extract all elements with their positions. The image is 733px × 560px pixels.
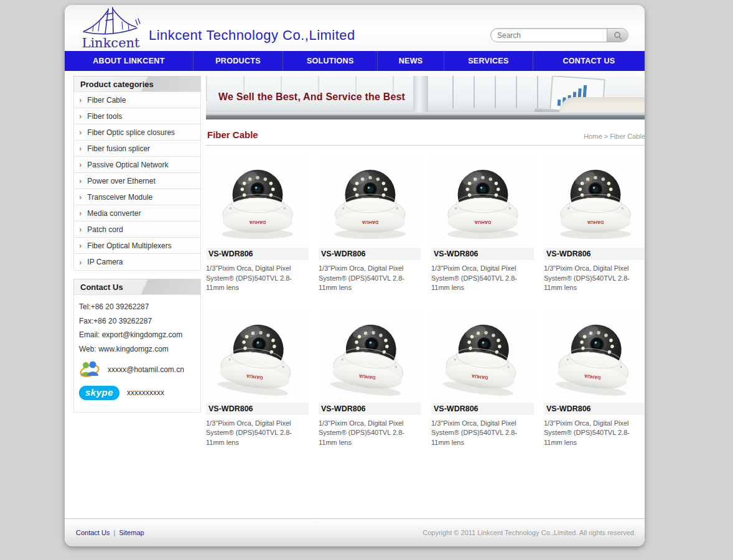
contact-web[interactable]: Web: www.kingdomgz.com [79, 345, 195, 353]
product-description: 1/3"Pixim Orca, Digital Pixel System® (D… [206, 264, 302, 293]
product-card[interactable]: DAHUA VS-WDR806 1/3"Pixim Orca, Digital … [431, 154, 534, 293]
banner-image: We Sell the Best, And Service the Best [206, 76, 645, 119]
category-label: Power over Ethernet [87, 177, 155, 185]
product-card[interactable]: DAHUA VS-WDR806 1/3"Pixim Orca, Digital … [319, 309, 421, 448]
product-image-dome-camera[interactable]: DAHUA [431, 309, 534, 401]
sidebar-category-item[interactable]: ›Patch cord [74, 222, 200, 238]
footer-link[interactable]: Sitemap [119, 529, 144, 536]
product-name[interactable]: VS-WDR806 [544, 248, 645, 260]
product-card[interactable]: DAHUA VS-WDR806 1/3"Pixim Orca, Digital … [206, 154, 309, 293]
msn-row[interactable]: xxxxx@hotamil.com.cn [79, 360, 195, 380]
product-name[interactable]: VS-WDR806 [544, 403, 645, 415]
category-label: Transceiver Module [87, 193, 152, 202]
search-button[interactable] [607, 29, 628, 42]
svg-text:DAHUA: DAHUA [586, 220, 603, 225]
breadcrumb-current: Fiber Cable [610, 133, 645, 140]
chevron-right-icon: › [79, 96, 82, 104]
product-description: 1/3"Pixim Orca, Digital Pixel System® (D… [544, 419, 640, 448]
svg-text:DAHUA: DAHUA [248, 220, 265, 225]
sidebar: Product categories ›Fiber Cable›Fiber to… [73, 76, 201, 518]
banner-slogan: We Sell the Best, And Service the Best [218, 91, 405, 103]
chevron-right-icon: › [79, 144, 82, 152]
product-image-dome-camera[interactable]: DAHUA [319, 154, 421, 246]
product-card[interactable]: DAHUA VS-WDR806 1/3"Pixim Orca, Digital … [544, 154, 645, 293]
product-grid: DAHUA VS-WDR806 1/3"Pixim Orca, Digital … [206, 148, 645, 447]
product-name[interactable]: VS-WDR806 [206, 403, 309, 415]
search-icon [614, 31, 622, 40]
product-card[interactable]: DAHUA VS-WDR806 1/3"Pixim Orca, Digital … [431, 309, 534, 448]
bridge-logo-icon [81, 6, 141, 39]
site-page: Linkcent Linkcent Technology Co.,Limited… [65, 5, 645, 546]
svg-text:DAHUA: DAHUA [474, 220, 490, 225]
contact-email[interactable]: Email: export@kingdomgz.com [79, 330, 195, 339]
sidebar-category-item[interactable]: ›Transceiver Module [74, 189, 200, 205]
product-name[interactable]: VS-WDR806 [431, 248, 534, 260]
company-title: Linkcent Technology Co.,Limited [149, 27, 355, 44]
product-card[interactable]: DAHUA VS-WDR806 1/3"Pixim Orca, Digital … [544, 309, 645, 448]
product-card[interactable]: DAHUA VS-WDR806 1/3"Pixim Orca, Digital … [206, 309, 309, 448]
breadcrumb-home[interactable]: Home [584, 133, 602, 140]
nav-item[interactable]: CONTACT US [533, 51, 645, 71]
product-name[interactable]: VS-WDR806 [206, 248, 309, 260]
skype-row[interactable]: skype xxxxxxxxxx [79, 386, 195, 400]
category-label: Fiber Cable [87, 96, 126, 105]
linkcent-logo[interactable]: Linkcent [73, 6, 148, 47]
sidebar-category-item[interactable]: ›IP Camera [74, 254, 200, 270]
product-name[interactable]: VS-WDR806 [319, 248, 421, 260]
msn-address[interactable]: xxxxx@hotamil.com.cn [108, 365, 184, 374]
skype-logo: skype [79, 386, 119, 400]
product-image-dome-camera[interactable]: DAHUA [544, 309, 645, 401]
product-image-dome-camera[interactable]: DAHUA [431, 154, 534, 246]
category-label: Patch cord [87, 225, 123, 234]
msn-messenger-icon [79, 360, 100, 380]
product-categories-header: Product categories [73, 76, 201, 91]
nav-item[interactable]: SOLUTIONS [283, 51, 378, 71]
site-header: Linkcent Linkcent Technology Co.,Limited [65, 5, 645, 51]
category-label: Fiber fusion splicer [87, 144, 150, 153]
sidebar-category-item[interactable]: ›Fiber fusion splicer [74, 141, 200, 157]
svg-text:DAHUA: DAHUA [361, 220, 378, 225]
nav-item[interactable]: SERVICES [444, 51, 533, 71]
logo-text: Linkcent [73, 39, 148, 47]
sidebar-category-item[interactable]: ›Fiber Optic splice closures [74, 124, 200, 141]
banner-band-decoration [206, 115, 645, 119]
sidebar-category-item[interactable]: ›Fiber Cable [74, 92, 200, 108]
product-image-dome-camera[interactable]: DAHUA [319, 309, 421, 401]
footer-link[interactable]: Contact Us [76, 529, 110, 536]
nav-menu: ABOUT LINKCENTPRODUCTSSOLUTIONSNEWSSERVI… [65, 51, 645, 71]
product-name[interactable]: VS-WDR806 [431, 403, 534, 415]
content-area: Product categories ›Fiber Cable›Fiber to… [65, 71, 645, 518]
chevron-right-icon: › [79, 177, 82, 185]
site-footer: Contact Us|Sitemap Copyright © 2011 Link… [65, 518, 645, 546]
product-card[interactable]: DAHUA VS-WDR806 1/3"Pixim Orca, Digital … [319, 154, 421, 293]
nav-item[interactable]: PRODUCTS [194, 51, 283, 71]
product-description: 1/3"Pixim Orca, Digital Pixel System® (D… [319, 264, 414, 293]
category-label: Fiber Optical Multiplexers [87, 241, 171, 250]
product-name[interactable]: VS-WDR806 [319, 403, 421, 415]
breadcrumb: Home > Fiber Cable [584, 133, 645, 140]
product-image-dome-camera[interactable]: DAHUA [206, 154, 309, 246]
chevron-right-icon: › [79, 241, 82, 250]
footer-links: Contact Us|Sitemap [76, 529, 144, 536]
sidebar-category-item[interactable]: ›Media converter [74, 205, 200, 222]
sidebar-category-item[interactable]: ›Fiber Optical Multiplexers [74, 238, 200, 254]
nav-item[interactable]: NEWS [378, 51, 444, 71]
chevron-right-icon: › [79, 193, 82, 201]
sidebar-category-item[interactable]: ›Power over Ethernet [74, 173, 200, 189]
footer-link-separator: | [113, 529, 115, 536]
product-image-dome-camera[interactable]: DAHUA [544, 154, 645, 246]
banner-doors-decoration [452, 76, 564, 108]
skype-id[interactable]: xxxxxxxxxx [127, 388, 164, 397]
nav-item[interactable]: ABOUT LINKCENT [65, 51, 194, 71]
contact-fax: Fax:+86 20 39262287 [79, 317, 195, 325]
search-input[interactable] [491, 31, 607, 40]
breadcrumb-separator: > [604, 133, 608, 140]
chevron-right-icon: › [79, 112, 82, 120]
sidebar-category-item[interactable]: ›Passive Optical Network [74, 157, 200, 173]
sidebar-category-item[interactable]: ›Fiber tools [74, 108, 200, 124]
chevron-right-icon: › [79, 161, 82, 169]
main-column: We Sell the Best, And Service the Best F… [206, 76, 645, 518]
product-image-dome-camera[interactable]: DAHUA [206, 309, 309, 401]
search-box[interactable] [490, 28, 628, 42]
contact-us-header: Contact Us [73, 279, 201, 294]
